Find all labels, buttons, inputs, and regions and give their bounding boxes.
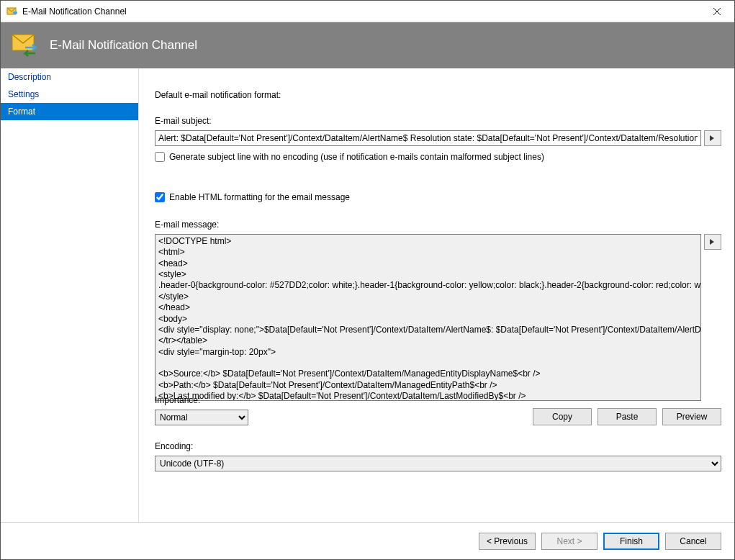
svg-marker-6 — [710, 239, 714, 245]
cancel-button[interactable]: Cancel — [665, 533, 721, 550]
importance-select[interactable]: Normal — [155, 410, 248, 425]
svg-marker-5 — [710, 135, 714, 141]
header-banner: E-Mail Notification Channel — [1, 22, 734, 68]
titlebar: E-Mail Notification Channel — [1, 1, 734, 22]
paste-button[interactable]: Paste — [598, 408, 657, 425]
no-encoding-checkbox[interactable] — [155, 152, 165, 162]
encoding-select[interactable]: Unicode (UTF-8) — [155, 456, 721, 471]
sidebar-item-settings[interactable]: Settings — [1, 86, 138, 103]
intro-label: Default e-mail notification format: — [155, 90, 721, 100]
sidebar-item-description[interactable]: Description — [1, 68, 138, 86]
subject-label: E-mail subject: — [155, 116, 721, 126]
importance-label: Importance: — [155, 395, 248, 405]
message-variable-button[interactable] — [704, 234, 721, 250]
message-textarea[interactable] — [155, 234, 701, 401]
window-title: E-Mail Notification Channel — [22, 6, 701, 17]
encoding-label: Encoding: — [155, 441, 721, 451]
message-label: E-mail message: — [155, 220, 721, 230]
next-button: Next > — [541, 533, 598, 550]
svg-rect-1 — [13, 12, 17, 14]
html-format-checkbox[interactable] — [155, 192, 165, 202]
content-panel: Default e-mail notification format: E-ma… — [139, 68, 734, 522]
preview-button[interactable]: Preview — [662, 408, 721, 425]
copy-button[interactable]: Copy — [533, 408, 592, 425]
close-button[interactable] — [701, 1, 733, 22]
header-title: E-Mail Notification Channel — [50, 38, 197, 53]
no-encoding-label: Generate subject line with no encoding (… — [169, 152, 544, 162]
previous-button[interactable]: < Previous — [479, 533, 536, 550]
subject-input[interactable] — [155, 130, 701, 146]
app-icon — [6, 6, 18, 17]
dialog-window: E-Mail Notification Channel E-Mail Notif… — [0, 0, 735, 560]
mail-icon — [11, 33, 40, 58]
subject-variable-button[interactable] — [704, 130, 721, 146]
sidebar-item-format[interactable]: Format — [1, 103, 138, 120]
body: Description Settings Format Default e-ma… — [1, 68, 734, 522]
html-format-label: Enable HTML formatting for the email mes… — [169, 192, 350, 202]
footer: < Previous Next > Finish Cancel — [1, 522, 734, 559]
finish-button[interactable]: Finish — [603, 533, 659, 550]
sidebar: Description Settings Format — [1, 68, 139, 522]
